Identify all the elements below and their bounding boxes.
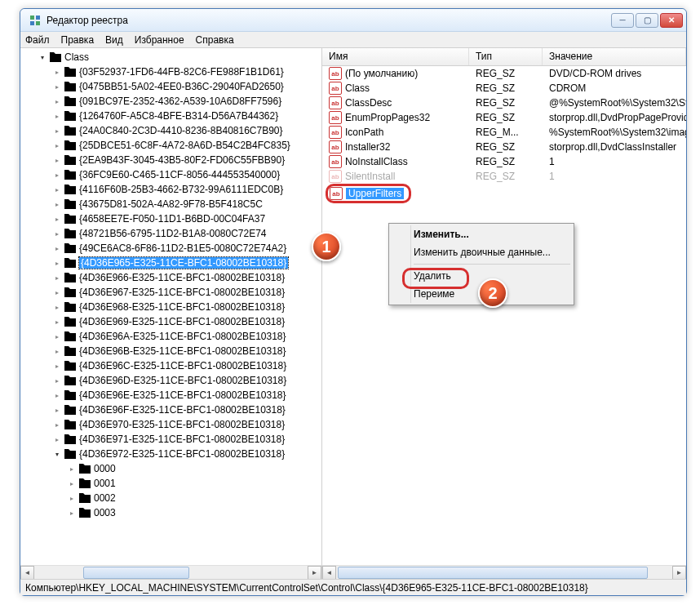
tree-item[interactable]: ▸{4D36E96D-E325-11CE-BFC1-08002BE10318} (53, 373, 321, 388)
folder-icon (78, 507, 91, 518)
col-header-type[interactable]: Тип (469, 48, 543, 65)
context-menu-modify[interactable]: Изменить... (391, 225, 572, 243)
list-row[interactable]: abSilentInstallREG_SZ1 (322, 169, 686, 184)
tree-item[interactable]: ▸{091BC97E-2352-4362-A539-10A6D8FF7596} (53, 94, 321, 109)
tree-item[interactable]: ▸{4D36E968-E325-11CE-BFC1-08002BE10318} (53, 300, 321, 314)
tree-item[interactable]: ▸{49CE6AC8-6F86-11D2-B1E5-0080C72E74A2} (53, 241, 321, 256)
tree-item[interactable]: ▾Class (38, 50, 321, 65)
tree-item[interactable]: ▸{4D36E969-E325-11CE-BFC1-08002BE10318} (53, 314, 321, 329)
list-row[interactable]: abNoInstallClassREG_SZ1 (322, 154, 686, 169)
value-type: REG_SZ (469, 156, 543, 167)
value-name: Class (345, 82, 370, 94)
list-row[interactable]: abClassREG_SZCDROM (322, 81, 686, 96)
tree-item[interactable]: ▸{25DBCE51-6C8F-4A72-8A6D-B54C2B4FC835} (53, 138, 321, 153)
tree-item[interactable]: ▸{4D36E96C-E325-11CE-BFC1-08002BE10318} (53, 358, 321, 373)
folder-icon (64, 198, 77, 210)
tree-item[interactable]: ▸{24A0C840-2C3D-4410-8236-8B40816C7B90} (53, 123, 321, 138)
context-menu-delete[interactable]: Удалить (391, 267, 572, 285)
tree-label: {36FC9E60-C465-11CF-8056-444553540000} (79, 169, 280, 180)
scroll-right-button[interactable]: ► (308, 566, 321, 580)
string-value-icon: ab (329, 111, 342, 124)
scroll-right-button[interactable]: ► (672, 566, 686, 580)
svg-rect-1 (36, 16, 40, 20)
tree-item[interactable]: ▸0000 (68, 461, 321, 476)
col-header-name[interactable]: Имя (322, 48, 469, 65)
context-menu-modify-binary[interactable]: Изменить двоичные данные... (391, 243, 572, 261)
value-name[interactable]: UpperFilters (346, 188, 404, 199)
value-data: @%SystemRoot%\System32\Stor (543, 97, 686, 109)
col-header-value[interactable]: Значение (543, 48, 686, 65)
tree-label: {24A0C840-2C3D-4410-8236-8B40816C7B90} (79, 125, 283, 136)
tree-label: {48721B56-6795-11D2-B1A8-0080C72E74 (79, 228, 267, 239)
scroll-thumb[interactable] (338, 567, 648, 579)
tree-item[interactable]: ▸{4116F60B-25B3-4662-B732-99A6111EDC0B} (53, 182, 321, 197)
tree-item[interactable]: ▸{36FC9E60-C465-11CF-8056-444553540000} (53, 167, 321, 182)
tree-item[interactable]: ▸{4D36E96E-E325-11CE-BFC1-08002BE10318} (53, 388, 321, 403)
list-hscroll[interactable]: ◄ ► (322, 565, 686, 579)
folder-icon (64, 287, 77, 298)
tree-item[interactable]: ▸0002 (68, 491, 321, 505)
value-data: storprop.dll,DvdClassInstaller (543, 141, 686, 153)
menu-help[interactable]: Справка (196, 34, 234, 46)
string-value-icon: ab (329, 67, 342, 80)
tree-label: {4D36E966-E325-11CE-BFC1-08002BE10318} (79, 272, 285, 283)
list-row[interactable]: abEnumPropPages32REG_SZstorprop.dll,DvdP… (322, 110, 686, 125)
tree-item[interactable]: ▸{2EA9B43F-3045-43B5-80F2-FD06C55FBB90} (53, 153, 321, 167)
tree-item[interactable]: ▸{0475BB51-5A02-4EE0-B36C-29040FAD2650} (53, 79, 321, 94)
tree-item[interactable]: ▸{1264760F-A5C8-4BFE-B314-D56A7B44362} (53, 109, 321, 123)
minimize-button[interactable]: ─ (611, 13, 634, 28)
maximize-button[interactable]: ▢ (636, 13, 658, 28)
tree-item[interactable]: ▸{48721B56-6795-11D2-B1A8-0080C72E74 (53, 226, 321, 241)
folder-icon (64, 360, 77, 371)
svg-rect-3 (36, 21, 40, 25)
menu-edit[interactable]: Правка (61, 34, 95, 46)
context-menu-rename[interactable]: Переиме (391, 285, 572, 303)
folder-icon (64, 434, 77, 445)
list-row[interactable]: ab(По умолчанию)REG_SZDVD/CD-ROM drives (322, 66, 686, 81)
value-name: SilentInstall (345, 171, 395, 182)
folder-icon (78, 478, 91, 489)
tree-item[interactable]: ▸{4D36E967-E325-11CE-BFC1-08002BE10318} (53, 285, 321, 300)
tree-item[interactable]: ▸0003 (68, 505, 321, 520)
tree-label: {4D36E969-E325-11CE-BFC1-08002BE10318} (79, 316, 285, 327)
tree-item[interactable]: ▸{43675D81-502A-4A82-9F78-B5F418C5C (53, 197, 321, 211)
menu-favorites[interactable]: Избранное (135, 34, 184, 46)
tree-item[interactable]: ▸{4D36E971-E325-11CE-BFC1-08002BE10318} (53, 432, 321, 447)
tree-label: {49CE6AC8-6F86-11D2-B1E5-0080C72E74A2} (79, 242, 286, 254)
titlebar[interactable]: Редактор реестра ─ ▢ ✕ (20, 9, 686, 32)
tree-item[interactable]: ▸{4D36E96B-E325-11CE-BFC1-08002BE10318} (53, 344, 321, 358)
scroll-left-button[interactable]: ◄ (20, 566, 34, 580)
tree-item[interactable]: ▸{4658EE7E-F050-11D1-B6BD-00C04FA37 (53, 211, 321, 226)
tree-item[interactable]: ▸{4D36E96A-E325-11CE-BFC1-08002BE10318} (53, 329, 321, 344)
tree-item[interactable]: ▸{4D36E96F-E325-11CE-BFC1-08002BE10318} (53, 403, 321, 417)
value-name: IconPath (345, 127, 383, 138)
string-value-icon: ab (329, 170, 342, 183)
value-data: 1 (543, 171, 686, 182)
tree-item[interactable]: ▸{4D36E970-E325-11CE-BFC1-08002BE10318} (53, 417, 321, 432)
string-value-icon: ab (329, 82, 342, 95)
tree-item[interactable]: ▾{4D36E972-E325-11CE-BFC1-08002BE10318} (53, 447, 321, 461)
menu-view[interactable]: Вид (105, 34, 123, 46)
folder-icon (64, 228, 77, 239)
statusbar-path: Компьютер\HKEY_LOCAL_MACHINE\SYSTEM\Curr… (25, 582, 588, 594)
close-button[interactable]: ✕ (660, 13, 683, 28)
value-type: REG_M... (469, 127, 543, 138)
value-name: NoInstallClass (345, 156, 408, 167)
string-value-icon: ab (329, 155, 342, 168)
tree-item[interactable]: ▸{4D36E966-E325-11CE-BFC1-08002BE10318} (53, 270, 321, 285)
scroll-left-button[interactable]: ◄ (322, 566, 336, 580)
tree-item[interactable]: ▸0001 (68, 476, 321, 491)
tree-label: 0001 (94, 478, 116, 489)
tree-hscroll[interactable]: ◄ ► (20, 565, 321, 579)
tree-label: {4D36E96D-E325-11CE-BFC1-08002BE10318} (79, 375, 286, 386)
list-row[interactable]: abClassDescREG_SZ@%SystemRoot%\System32\… (322, 96, 686, 110)
scroll-thumb[interactable] (83, 567, 189, 579)
tree-label: 0003 (94, 507, 116, 518)
list-row[interactable]: abIconPathREG_M...%SystemRoot%\System32\… (322, 125, 686, 140)
folder-icon (64, 169, 77, 180)
menu-file[interactable]: Файл (25, 34, 50, 46)
tree-label: {4D36E96A-E325-11CE-BFC1-08002BE10318} (79, 331, 286, 342)
tree-item[interactable]: ▸{4D36E965-E325-11CE-BFC1-08002BE10318} (53, 256, 321, 270)
tree-item[interactable]: ▸{03F52937-1FD6-44FB-82C6-FE988F1B1D61} (53, 65, 321, 79)
list-row[interactable]: abInstaller32REG_SZstorprop.dll,DvdClass… (322, 140, 686, 154)
